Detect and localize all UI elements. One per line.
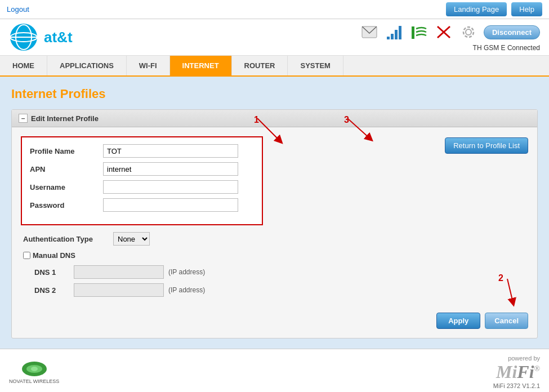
nav-bar: HOME APPLICATIONS WI-FI INTERNET ROUTER … [0,56,549,77]
auth-type-select[interactable]: None PAP CHAP [113,232,150,246]
bottom-buttons: Apply Cancel [12,307,537,338]
username-row: Username [30,180,254,194]
help-button[interactable]: Help [511,2,542,16]
email-icon[interactable] [360,23,379,42]
dns1-row: DNS 1 (IP address) [21,265,528,279]
dns1-label: DNS 1 [34,268,74,277]
password-input[interactable] [103,198,238,212]
no-signal-icon[interactable] [434,23,453,42]
footer: NOVATEL WIRELESS powered by MiFi® MiFi 2… [0,349,549,392]
apn-input[interactable] [103,162,238,176]
powered-by-text: powered by [493,355,540,362]
svg-rect-7 [395,30,398,39]
nav-internet[interactable]: INTERNET [170,56,232,75]
nav-system[interactable]: SYSTEM [288,56,343,75]
username-input[interactable] [103,180,238,194]
page-title: Internet Profiles [11,87,538,101]
password-row: Password [30,198,254,212]
landing-page-button[interactable]: Landing Page [446,2,507,16]
header: at&t [0,19,549,56]
mifi-logo: MiFi® [493,362,540,382]
edit-profile-section: – Edit Internet Profile Return to Profil… [11,109,538,338]
username-label: Username [30,183,103,191]
wifi-icon[interactable] [409,23,429,42]
profile-name-input[interactable] [103,144,238,158]
manual-dns-row: Manual DNS [21,251,528,260]
bottom-area: 2 Apply Cancel [12,307,537,338]
att-logo [9,23,38,52]
content-area: Internet Profiles – Edit Internet Profil… [0,77,549,349]
apply-button[interactable]: Apply [436,313,480,329]
apn-row: APN [30,162,254,176]
top-bar-buttons: Landing Page Help [446,2,542,16]
return-to-profile-list-button[interactable]: Return to Profile List [445,137,528,154]
svg-rect-6 [391,34,394,39]
top-bar: Logout Landing Page Help [0,0,549,19]
brand-name: at&t [44,29,73,46]
svg-rect-9 [412,26,414,39]
signal-icon [385,23,404,42]
password-label: Password [30,201,103,210]
profile-form-box: Profile Name APN Username Password [21,136,263,225]
manual-dns-checkbox[interactable] [23,252,30,259]
section-header: – Edit Internet Profile [12,110,537,127]
svg-rect-8 [399,26,401,39]
nav-applications[interactable]: APPLICATIONS [47,56,127,75]
collapse-button[interactable]: – [19,114,28,123]
section-title: Edit Internet Profile [31,114,99,123]
connection-status: TH GSM E Connected [473,44,540,52]
mifi-version: MiFi 2372 V1.2.1 [493,382,540,389]
header-icons: Disconnect [360,23,540,42]
nav-router[interactable]: ROUTER [232,56,288,75]
cancel-button[interactable]: Cancel [485,313,528,329]
apn-label: APN [30,165,103,173]
dns1-input[interactable] [74,265,164,279]
nav-wifi[interactable]: WI-FI [127,56,170,75]
novatel-brand: NOVATEL WIRELESS [9,360,59,384]
profile-name-row: Profile Name [30,144,254,158]
dns2-input[interactable] [74,283,164,297]
auth-type-label: Authentication Type [23,235,113,243]
manual-dns-label: Manual DNS [23,251,75,260]
disconnect-button[interactable]: Disconnect [484,25,540,39]
section-body: Return to Profile List 1 3 [12,127,537,307]
novatel-text: NOVATEL WIRELESS [9,378,59,384]
mifi-brand: powered by MiFi® MiFi 2372 V1.2.1 [493,355,540,389]
dns2-row: DNS 2 (IP address) [21,283,528,297]
auth-type-row: Authentication Type None PAP CHAP [21,232,528,246]
dns1-hint: (IP address) [168,268,205,276]
profile-name-label: Profile Name [30,147,103,155]
dns2-hint: (IP address) [168,286,205,294]
svg-point-16 [31,367,38,371]
novatel-logo: NOVATEL WIRELESS [9,360,59,384]
brand: at&t [9,23,73,52]
header-right: Disconnect TH GSM E Connected [360,23,540,52]
svg-point-13 [463,27,474,37]
svg-point-12 [466,29,471,35]
nav-home[interactable]: HOME [0,56,47,75]
logout-link[interactable]: Logout [7,5,29,14]
svg-rect-5 [387,37,390,39]
gear-icon[interactable] [459,23,478,42]
dns2-label: DNS 2 [34,286,74,295]
